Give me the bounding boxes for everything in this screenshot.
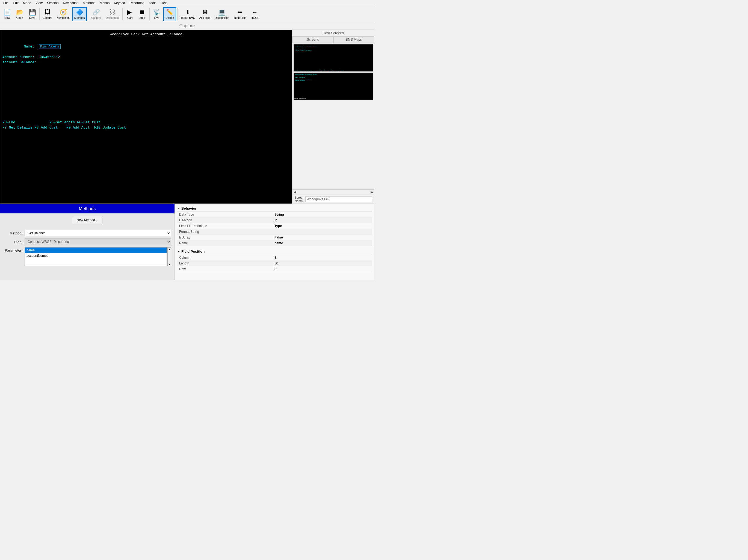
menu-file[interactable]: File [1,1,10,5]
toolbar-design-btn[interactable]: ✏️ Design [163,7,176,21]
menu-mode[interactable]: Mode [21,1,33,5]
import-bms-icon: ⬇ [185,9,190,16]
prop-is-array-row: Is Array False [177,235,372,240]
method-select[interactable]: Get Balance [25,230,171,236]
terminal-function-keys: F3=End F5=Get Accts F6=Get Cust F7=Get D… [2,120,290,130]
toolbar-inout-btn[interactable]: ↔ InOut [249,7,261,21]
tab-screens[interactable]: Screens [293,36,333,43]
prop-field-fill-key: Field Fill Technique [179,224,275,228]
new-method-button[interactable]: New Method... [72,217,102,223]
toolbar-navigation-btn[interactable]: 🧭 Navigation [55,7,72,21]
parameter-list: name accountNumber [25,247,167,266]
inout-icon: ↔ [252,9,258,16]
methods-panel: Methods New Method... Method: Get Balanc… [0,204,175,280]
new-icon: 📄 [3,9,11,16]
toolbar-capture-btn[interactable]: 🖼 Capture [41,7,54,21]
menu-keypad[interactable]: Keypad [112,1,127,5]
toolbar-live-label: Live [154,16,159,19]
right-panel: Host Screens Screens BMS Maps Woodgrove … [292,30,374,203]
prop-direction-key: Direction [179,218,275,222]
screen-thumb-2-text: Woodgrove Bank Get Account Balance Name:… [295,74,372,81]
plan-select[interactable]: Connect, WBGB, Disconnect [25,239,171,245]
menu-navigation[interactable]: Navigation [61,1,81,5]
menu-tools[interactable]: Tools [147,1,159,5]
terminal-line-name: Name: Kim Akers [2,39,290,55]
prop-name-key: Name [179,241,275,245]
toolbar-import-bms-label: Import BMS [181,16,195,19]
prop-direction-val: In [275,218,370,222]
screen-thumb-1-text: Woodgrove Bank Get Account Balance Name:… [295,46,372,53]
toolbar-all-fields-btn[interactable]: 🖥 All Fields [197,7,212,21]
screen-thumb-2[interactable]: Woodgrove Bank Get Account Balance Name:… [294,73,373,100]
prop-name-val: name [275,241,370,245]
properties-panel: ▼ Behavior Data Type String Direction In… [175,204,374,280]
menu-view[interactable]: View [33,1,45,5]
toolbar-design-label: Design [165,16,174,19]
input-field-icon: ⬅ [238,9,242,16]
scroll-left-arrow[interactable]: ◀ [294,190,296,194]
toolbar-recognition-btn[interactable]: 💻 Recognition [213,7,231,21]
menu-help[interactable]: Help [159,1,170,5]
field-position-section-header[interactable]: ▼ Field Position [177,248,372,255]
toolbar-open-btn[interactable]: 📂 Open [14,7,26,21]
prop-row-key: Row [179,267,275,271]
disconnect-icon: ⛓ [110,9,116,16]
prop-format-string-row: Format String [177,229,372,235]
scroll-right-arrow[interactable]: ▶ [371,190,373,194]
content-area: Capture Woodgrove Bank Get Account Balan… [0,22,374,280]
open-icon: 📂 [16,9,23,16]
prop-format-string-key: Format String [179,230,275,234]
screen-thumb-1-fkeys: F1=End F5=Get Accts F6=Get Cust F7=Get D… [295,70,344,71]
toolbar-new-btn[interactable]: 📄 New [1,7,13,21]
toolbar-start-btn[interactable]: ▶ Start [124,7,136,21]
toolbar-disconnect-btn[interactable]: ⛓ Disconnect [104,7,121,21]
toolbar-live-btn[interactable]: 📡 Live [151,7,163,21]
toolbar-save-label: Save [29,16,36,19]
toolbar-sep-1 [39,8,40,20]
toolbar: 📄 New 📂 Open 💾 Save 🖼 Capture 🧭 Navigati… [0,6,374,22]
main-content: Capture Woodgrove Bank Get Account Balan… [0,22,374,280]
toolbar-disconnect-label: Disconnect [106,16,119,19]
recognition-icon: 💻 [218,9,226,16]
param-item-name[interactable]: name [25,247,167,253]
parameter-label: Parameter: [3,248,22,252]
screen-name-input[interactable] [305,196,372,202]
prop-is-array-val: False [275,236,370,239]
behavior-section-header[interactable]: ▼ Behavior [177,205,372,212]
toolbar-stop-label: Stop [140,16,145,19]
behavior-section: ▼ Behavior Data Type String Direction In… [175,204,374,247]
toolbar-import-bms-btn[interactable]: ⬇ Import BMS [179,7,197,21]
param-item-account-number[interactable]: accountNumber [25,253,167,259]
prop-row-val: 3 [275,267,370,271]
prop-field-fill-row: Field Fill Technique Type [177,223,372,229]
menu-menus[interactable]: Menus [97,1,112,5]
param-scroll-up-btn[interactable]: ▲ [168,247,171,251]
live-icon: 📡 [153,9,160,16]
behavior-chevron-icon: ▼ [178,207,180,210]
terminal-name-field: Kim Akers [39,44,61,49]
menu-methods[interactable]: Methods [80,1,97,5]
toolbar-save-btn[interactable]: 💾 Save [26,7,38,21]
toolbar-connect-btn[interactable]: 🔗 Connect [89,7,103,21]
toolbar-methods-btn[interactable]: 🔷 Methods [72,7,87,21]
screen-thumb-1[interactable]: Woodgrove Bank Get Account Balance Name:… [294,44,373,72]
param-scroll-down-btn[interactable]: ▼ [168,263,171,266]
parameter-list-container: name accountNumber ▲ ▼ [25,247,171,266]
methods-icon: 🔷 [76,9,83,16]
screen-scrollbar: ◀ ▶ [293,189,374,195]
host-screens-header: Host Screens [293,30,374,36]
menu-edit[interactable]: Edit [10,1,21,5]
methods-header: Methods [0,204,174,213]
screens-list: Woodgrove Bank Get Account Balance Name:… [293,43,374,189]
menu-session[interactable]: Session [45,1,61,5]
toolbar-connect-label: Connect [91,16,101,19]
bottom-area: Methods New Method... Method: Get Balanc… [0,203,374,280]
toolbar-stop-btn[interactable]: ⏹ Stop [136,7,148,21]
terminal-fkeys-1: F3=End F5=Get Accts F6=Get Cust [2,120,290,125]
menu-recording[interactable]: Recording [127,1,147,5]
tab-bms-maps[interactable]: BMS Maps [333,36,374,43]
screens-tabs: Screens BMS Maps [293,36,374,43]
terminal-title: Woodgrove Bank Get Account Balance [2,32,290,36]
toolbar-input-field-btn[interactable]: ⬅ Input Field [232,7,248,21]
terminal-line-balance: Account Balance: [2,60,290,65]
